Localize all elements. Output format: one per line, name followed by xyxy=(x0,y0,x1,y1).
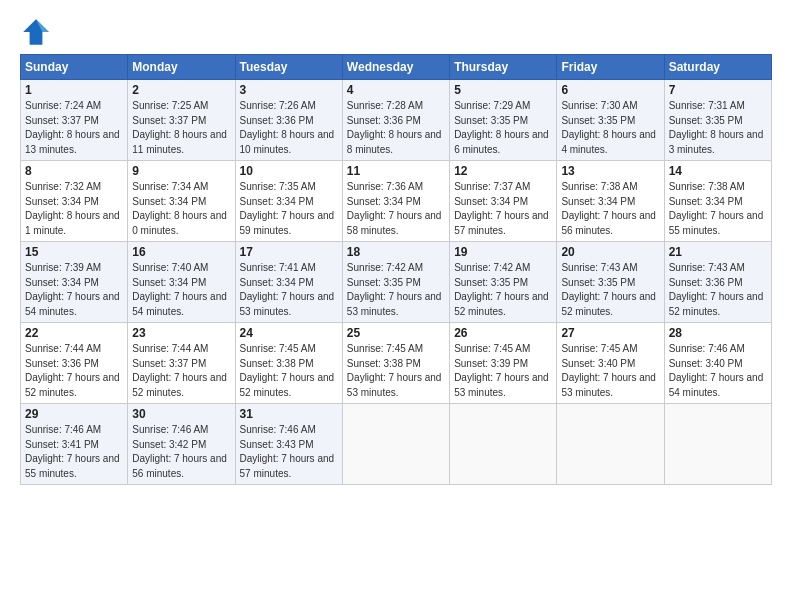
calendar-cell: 28Sunrise: 7:46 AMSunset: 3:40 PMDayligh… xyxy=(664,323,771,404)
day-info: Sunrise: 7:36 AMSunset: 3:34 PMDaylight:… xyxy=(347,180,445,238)
day-number: 10 xyxy=(240,164,338,178)
day-info: Sunrise: 7:40 AMSunset: 3:34 PMDaylight:… xyxy=(132,261,230,319)
calendar-cell: 21Sunrise: 7:43 AMSunset: 3:36 PMDayligh… xyxy=(664,242,771,323)
day-info: Sunrise: 7:39 AMSunset: 3:34 PMDaylight:… xyxy=(25,261,123,319)
calendar-cell: 19Sunrise: 7:42 AMSunset: 3:35 PMDayligh… xyxy=(450,242,557,323)
calendar-cell xyxy=(664,404,771,485)
day-number: 30 xyxy=(132,407,230,421)
calendar-cell: 7Sunrise: 7:31 AMSunset: 3:35 PMDaylight… xyxy=(664,80,771,161)
day-number: 15 xyxy=(25,245,123,259)
calendar-cell: 16Sunrise: 7:40 AMSunset: 3:34 PMDayligh… xyxy=(128,242,235,323)
calendar-cell: 6Sunrise: 7:30 AMSunset: 3:35 PMDaylight… xyxy=(557,80,664,161)
day-number: 20 xyxy=(561,245,659,259)
week-row-2: 8Sunrise: 7:32 AMSunset: 3:34 PMDaylight… xyxy=(21,161,772,242)
day-info: Sunrise: 7:29 AMSunset: 3:35 PMDaylight:… xyxy=(454,99,552,157)
day-header-tuesday: Tuesday xyxy=(235,55,342,80)
day-number: 19 xyxy=(454,245,552,259)
calendar-cell: 2Sunrise: 7:25 AMSunset: 3:37 PMDaylight… xyxy=(128,80,235,161)
calendar-cell: 23Sunrise: 7:44 AMSunset: 3:37 PMDayligh… xyxy=(128,323,235,404)
day-header-saturday: Saturday xyxy=(664,55,771,80)
calendar-header: SundayMondayTuesdayWednesdayThursdayFrid… xyxy=(21,55,772,80)
calendar-cell: 20Sunrise: 7:43 AMSunset: 3:35 PMDayligh… xyxy=(557,242,664,323)
logo xyxy=(20,16,56,48)
calendar-cell xyxy=(450,404,557,485)
calendar-cell: 4Sunrise: 7:28 AMSunset: 3:36 PMDaylight… xyxy=(342,80,449,161)
day-info: Sunrise: 7:44 AMSunset: 3:36 PMDaylight:… xyxy=(25,342,123,400)
day-number: 6 xyxy=(561,83,659,97)
day-header-monday: Monday xyxy=(128,55,235,80)
day-number: 22 xyxy=(25,326,123,340)
day-info: Sunrise: 7:42 AMSunset: 3:35 PMDaylight:… xyxy=(454,261,552,319)
calendar-cell xyxy=(342,404,449,485)
day-info: Sunrise: 7:42 AMSunset: 3:35 PMDaylight:… xyxy=(347,261,445,319)
calendar-cell: 31Sunrise: 7:46 AMSunset: 3:43 PMDayligh… xyxy=(235,404,342,485)
calendar-cell: 3Sunrise: 7:26 AMSunset: 3:36 PMDaylight… xyxy=(235,80,342,161)
day-number: 4 xyxy=(347,83,445,97)
day-info: Sunrise: 7:45 AMSunset: 3:40 PMDaylight:… xyxy=(561,342,659,400)
day-info: Sunrise: 7:28 AMSunset: 3:36 PMDaylight:… xyxy=(347,99,445,157)
logo-icon xyxy=(20,16,52,48)
calendar-cell: 11Sunrise: 7:36 AMSunset: 3:34 PMDayligh… xyxy=(342,161,449,242)
day-info: Sunrise: 7:31 AMSunset: 3:35 PMDaylight:… xyxy=(669,99,767,157)
calendar-cell: 14Sunrise: 7:38 AMSunset: 3:34 PMDayligh… xyxy=(664,161,771,242)
day-info: Sunrise: 7:41 AMSunset: 3:34 PMDaylight:… xyxy=(240,261,338,319)
calendar-cell: 15Sunrise: 7:39 AMSunset: 3:34 PMDayligh… xyxy=(21,242,128,323)
header xyxy=(20,16,772,48)
day-number: 1 xyxy=(25,83,123,97)
day-number: 2 xyxy=(132,83,230,97)
day-number: 9 xyxy=(132,164,230,178)
calendar-cell: 10Sunrise: 7:35 AMSunset: 3:34 PMDayligh… xyxy=(235,161,342,242)
day-number: 27 xyxy=(561,326,659,340)
day-info: Sunrise: 7:43 AMSunset: 3:36 PMDaylight:… xyxy=(669,261,767,319)
day-info: Sunrise: 7:24 AMSunset: 3:37 PMDaylight:… xyxy=(25,99,123,157)
day-info: Sunrise: 7:46 AMSunset: 3:43 PMDaylight:… xyxy=(240,423,338,481)
calendar-cell: 24Sunrise: 7:45 AMSunset: 3:38 PMDayligh… xyxy=(235,323,342,404)
day-header-friday: Friday xyxy=(557,55,664,80)
day-info: Sunrise: 7:37 AMSunset: 3:34 PMDaylight:… xyxy=(454,180,552,238)
day-info: Sunrise: 7:38 AMSunset: 3:34 PMDaylight:… xyxy=(561,180,659,238)
day-number: 21 xyxy=(669,245,767,259)
day-info: Sunrise: 7:32 AMSunset: 3:34 PMDaylight:… xyxy=(25,180,123,238)
day-number: 31 xyxy=(240,407,338,421)
day-header-sunday: Sunday xyxy=(21,55,128,80)
calendar-cell: 13Sunrise: 7:38 AMSunset: 3:34 PMDayligh… xyxy=(557,161,664,242)
day-info: Sunrise: 7:46 AMSunset: 3:40 PMDaylight:… xyxy=(669,342,767,400)
calendar-cell: 27Sunrise: 7:45 AMSunset: 3:40 PMDayligh… xyxy=(557,323,664,404)
day-number: 13 xyxy=(561,164,659,178)
header-row: SundayMondayTuesdayWednesdayThursdayFrid… xyxy=(21,55,772,80)
calendar-cell xyxy=(557,404,664,485)
calendar-cell: 25Sunrise: 7:45 AMSunset: 3:38 PMDayligh… xyxy=(342,323,449,404)
day-info: Sunrise: 7:38 AMSunset: 3:34 PMDaylight:… xyxy=(669,180,767,238)
calendar-cell: 22Sunrise: 7:44 AMSunset: 3:36 PMDayligh… xyxy=(21,323,128,404)
day-number: 17 xyxy=(240,245,338,259)
calendar-body: 1Sunrise: 7:24 AMSunset: 3:37 PMDaylight… xyxy=(21,80,772,485)
day-info: Sunrise: 7:26 AMSunset: 3:36 PMDaylight:… xyxy=(240,99,338,157)
calendar-cell: 5Sunrise: 7:29 AMSunset: 3:35 PMDaylight… xyxy=(450,80,557,161)
calendar-cell: 17Sunrise: 7:41 AMSunset: 3:34 PMDayligh… xyxy=(235,242,342,323)
calendar-cell: 26Sunrise: 7:45 AMSunset: 3:39 PMDayligh… xyxy=(450,323,557,404)
week-row-4: 22Sunrise: 7:44 AMSunset: 3:36 PMDayligh… xyxy=(21,323,772,404)
day-number: 26 xyxy=(454,326,552,340)
calendar-cell: 12Sunrise: 7:37 AMSunset: 3:34 PMDayligh… xyxy=(450,161,557,242)
week-row-5: 29Sunrise: 7:46 AMSunset: 3:41 PMDayligh… xyxy=(21,404,772,485)
day-info: Sunrise: 7:34 AMSunset: 3:34 PMDaylight:… xyxy=(132,180,230,238)
calendar-cell: 30Sunrise: 7:46 AMSunset: 3:42 PMDayligh… xyxy=(128,404,235,485)
day-number: 12 xyxy=(454,164,552,178)
day-info: Sunrise: 7:25 AMSunset: 3:37 PMDaylight:… xyxy=(132,99,230,157)
day-info: Sunrise: 7:45 AMSunset: 3:38 PMDaylight:… xyxy=(347,342,445,400)
day-number: 25 xyxy=(347,326,445,340)
day-info: Sunrise: 7:45 AMSunset: 3:39 PMDaylight:… xyxy=(454,342,552,400)
calendar-cell: 9Sunrise: 7:34 AMSunset: 3:34 PMDaylight… xyxy=(128,161,235,242)
day-header-thursday: Thursday xyxy=(450,55,557,80)
day-info: Sunrise: 7:43 AMSunset: 3:35 PMDaylight:… xyxy=(561,261,659,319)
week-row-1: 1Sunrise: 7:24 AMSunset: 3:37 PMDaylight… xyxy=(21,80,772,161)
day-info: Sunrise: 7:44 AMSunset: 3:37 PMDaylight:… xyxy=(132,342,230,400)
day-number: 5 xyxy=(454,83,552,97)
week-row-3: 15Sunrise: 7:39 AMSunset: 3:34 PMDayligh… xyxy=(21,242,772,323)
day-info: Sunrise: 7:46 AMSunset: 3:42 PMDaylight:… xyxy=(132,423,230,481)
day-number: 3 xyxy=(240,83,338,97)
calendar-cell: 29Sunrise: 7:46 AMSunset: 3:41 PMDayligh… xyxy=(21,404,128,485)
calendar-cell: 18Sunrise: 7:42 AMSunset: 3:35 PMDayligh… xyxy=(342,242,449,323)
day-number: 23 xyxy=(132,326,230,340)
day-number: 16 xyxy=(132,245,230,259)
